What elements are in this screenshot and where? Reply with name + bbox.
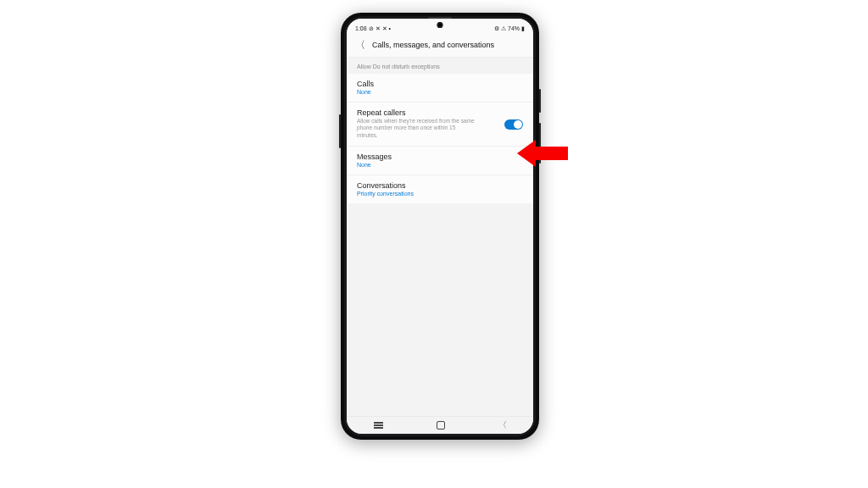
row-calls-title: Calls <box>357 80 523 88</box>
repeat-callers-toggle[interactable] <box>504 119 523 130</box>
side-button-left <box>339 114 341 148</box>
clock: 1:08 <box>355 25 367 31</box>
toggle-knob <box>514 120 522 129</box>
settings-card: Calls None Repeat callers Allow calls wh… <box>347 74 533 203</box>
row-messages[interactable]: Messages None <box>347 147 533 175</box>
navigation-bar: 〈 <box>347 416 533 434</box>
settings-content: Allow Do not disturb exceptions Calls No… <box>347 58 533 416</box>
speaker-slot <box>428 17 452 19</box>
row-messages-value: None <box>357 162 523 168</box>
status-icons-right: ⚙ ⚠ <box>494 25 506 31</box>
row-conversations-title: Conversations <box>357 181 523 190</box>
phone-frame: 1:08 ⊘ ✕ ✕ • ⚙ ⚠ 74% ▮ 〈 Calls, messages… <box>341 13 539 440</box>
section-label: Allow Do not disturb exceptions <box>347 58 533 74</box>
row-conversations-value: Priority conversations <box>357 191 523 197</box>
app-header: 〈 Calls, messages, and conversations <box>347 35 533 58</box>
row-calls[interactable]: Calls None <box>347 74 533 103</box>
row-conversations[interactable]: Conversations Priority conversations <box>347 175 533 203</box>
row-messages-title: Messages <box>357 152 523 161</box>
nav-home-icon[interactable] <box>437 421 445 430</box>
side-button-1 <box>539 89 541 113</box>
side-button-2 <box>539 123 541 164</box>
page-title: Calls, messages, and conversations <box>372 41 494 49</box>
screen: 1:08 ⊘ ✕ ✕ • ⚙ ⚠ 74% ▮ 〈 Calls, messages… <box>347 19 533 434</box>
status-right: ⚙ ⚠ 74% ▮ <box>494 25 525 31</box>
nav-recents-icon[interactable] <box>374 424 383 426</box>
battery-icon: ▮ <box>521 25 525 31</box>
row-repeat-desc: Allow calls when they're received from t… <box>357 118 476 139</box>
front-camera <box>437 22 443 28</box>
status-left: 1:08 ⊘ ✕ ✕ • <box>355 25 391 31</box>
back-icon[interactable]: 〈 <box>355 40 365 50</box>
row-repeat-callers[interactable]: Repeat callers Allow calls when they're … <box>347 103 533 147</box>
nav-back-icon[interactable]: 〈 <box>498 419 507 431</box>
status-icons-left: ⊘ ✕ ✕ • <box>369 25 391 31</box>
battery-percent: 74% <box>508 25 520 31</box>
row-calls-value: None <box>357 89 523 95</box>
row-repeat-title: Repeat callers <box>357 108 523 117</box>
